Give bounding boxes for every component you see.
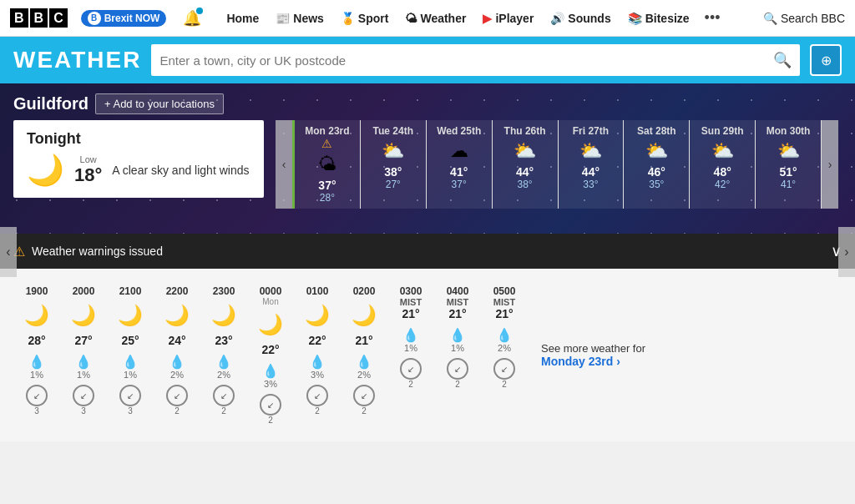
hour-time-0200: 0200 [353, 285, 376, 297]
hour-col-2100: 2100 🌙 25° 💧 1% ↙ 3 [107, 282, 154, 428]
forecast-day-6[interactable]: Sun 29th ⛅ 48° 42° [690, 120, 756, 209]
forecast-icon-0: 🌤 [318, 154, 336, 175]
hour-temp-0300: 21° [402, 307, 419, 320]
weather-search-button[interactable]: 🔍 [773, 51, 792, 69]
forecast-high-0: 37° [318, 179, 336, 192]
forecast-low-6: 42° [715, 179, 730, 190]
notification-bell[interactable]: 🔔 [183, 9, 201, 28]
forecast-high-6: 48° [714, 165, 731, 179]
hour-col-1900: 1900 🌙 28° 💧 1% ↙ 3 [13, 282, 60, 428]
brexit-label: Brexit NOW [104, 13, 160, 24]
warnings-bar[interactable]: ⚠ Weather warnings issued ∨ [0, 234, 855, 269]
nav-weather[interactable]: 🌤 Weather [397, 0, 474, 37]
hour-icon-2000: 🌙 [71, 304, 96, 327]
forecast-low-1: 27° [386, 179, 401, 190]
nav-home[interactable]: Home [218, 0, 267, 37]
weather-search-bar: 🔍 [151, 44, 800, 76]
nav-iplayer[interactable]: ▶ iPlayer [474, 0, 542, 37]
search-bbc-button[interactable]: 🔍 Search BBC [763, 12, 845, 25]
wind-circle-0000: ↙ [260, 394, 281, 416]
hour-col-2300: 2300 🌙 23° 💧 2% ↙ 2 [200, 282, 247, 428]
nav-bitesize[interactable]: 📚 Bitesize [620, 0, 698, 37]
hour-time-0000: 0000 [260, 285, 282, 297]
nav-sport-label: Sport [358, 12, 389, 25]
hour-precip-1900: 💧 1% [28, 354, 45, 380]
more-button[interactable]: ••• [698, 9, 727, 27]
page-next-button[interactable]: › [838, 227, 855, 277]
hour-temp-1900: 28° [28, 334, 45, 347]
forecast-icon-1: ⛅ [382, 140, 404, 162]
forecast-day-4[interactable]: Fri 27th ⛅ 44° 33° [559, 120, 625, 209]
search-bbc-label: Search BBC [781, 12, 845, 25]
wind-arrow-2300: ↙ [220, 391, 227, 401]
nav-news[interactable]: 📰 News [267, 0, 332, 37]
hour-col-0000: 0000 Mon 🌙 22° 💧 3% ↙ 2 [247, 282, 294, 428]
hour-wind-0300: ↙ 2 [400, 358, 422, 389]
brexit-icon: B [88, 12, 101, 25]
hour-precip-0500: 💧 2% [496, 327, 513, 353]
hour-precip-0300: 💧 1% [402, 327, 419, 353]
forecast-day-1[interactable]: Tue 24th ⛅ 38° 27° [361, 120, 427, 209]
see-more-link[interactable]: Monday 23rd › [541, 355, 620, 368]
forecast-icon-6: ⛅ [711, 140, 734, 162]
wind-speed-2200: 2 [175, 406, 180, 416]
forecast-date-2: Wed 25th [437, 125, 481, 137]
page-prev-button[interactable]: ‹ [0, 227, 17, 277]
forecast-icon-2: ☁ [450, 140, 468, 162]
wind-arrow-0400: ↙ [454, 365, 461, 374]
forecast-high-3: 44° [516, 165, 534, 179]
precip-pct-0400: 1% [451, 343, 464, 353]
temp-info: Low 18° [74, 154, 102, 186]
wind-arrow-1900: ↙ [33, 391, 40, 401]
wind-speed-2000: 3 [81, 406, 86, 416]
forecast-low-5: 35° [649, 179, 664, 190]
condition-text: A clear sky and light winds [112, 164, 249, 177]
nav-sport[interactable]: 🏅 Sport [332, 0, 397, 37]
wind-circle-2300: ↙ [213, 385, 235, 406]
precip-pct-2100: 1% [124, 370, 137, 380]
forecast-prev-button[interactable]: ‹ [276, 120, 292, 209]
news-icon: 📰 [276, 12, 290, 25]
weather-search-input[interactable] [159, 53, 773, 68]
hour-temp-2200: 24° [168, 334, 185, 347]
hour-wind-0200: ↙ 2 [353, 385, 375, 416]
wind-arrow-0500: ↙ [501, 365, 508, 374]
hour-wind-2200: ↙ 2 [166, 385, 188, 416]
forecast-day-2[interactable]: Wed 25th ☁ 41° 37° [427, 120, 493, 209]
bbc-logo[interactable]: B B C [10, 8, 68, 28]
forecast-high-4: 44° [582, 165, 600, 179]
mist-label-0500: MIST [493, 297, 515, 307]
location-name: Guildford [13, 94, 89, 113]
hour-precip-2100: 💧 1% [122, 354, 139, 380]
forecast-low-7: 41° [781, 179, 796, 190]
forecast-low-4: 33° [583, 179, 598, 190]
temp-label: Low [80, 154, 97, 164]
forecast-date-0: Mon 23rd [305, 125, 349, 137]
wind-arrow-0100: ↙ [314, 391, 321, 401]
forecast-day-7[interactable]: Mon 30th ⛅ 51° 41° [756, 120, 822, 209]
wind-speed-0000: 2 [268, 416, 273, 425]
hour-precip-2300: 💧 2% [215, 354, 232, 380]
hour-time-1900: 1900 [26, 285, 48, 297]
hero-section: Guildford + Add to your locations Tonigh… [0, 83, 855, 234]
current-location-button[interactable]: ⊕ [810, 44, 842, 76]
hour-temp-2300: 23° [215, 334, 232, 347]
brexit-badge[interactable]: B Brexit NOW [81, 10, 167, 27]
forecast-day-5[interactable]: Sat 28th ⛅ 46° 35° [624, 120, 690, 209]
wind-arrow-2200: ↙ [174, 391, 180, 401]
hour-time-0100: 0100 [306, 285, 329, 297]
iplayer-icon: ▶ [483, 12, 492, 25]
nav-sounds[interactable]: 🔊 Sounds [542, 0, 619, 37]
forecast-next-button[interactable]: › [822, 120, 838, 209]
see-more-text: See more weather for [541, 342, 645, 355]
forecast-day-3[interactable]: Thu 26th ⛅ 44° 38° [493, 120, 559, 209]
hour-wind-0500: ↙ 2 [493, 358, 515, 389]
wind-speed-2100: 3 [128, 406, 133, 416]
weather-title: WEATHER [13, 47, 141, 73]
forecast-day-0[interactable]: Mon 23rd ⚠ 🌤 37° 28° [292, 120, 361, 209]
hour-wind-2300: ↙ 2 [213, 385, 235, 416]
add-location-button[interactable]: + Add to your locations [95, 93, 224, 114]
forecast-date-5: Sat 28th [637, 125, 676, 137]
forecast-high-7: 51° [779, 165, 797, 179]
temp-value: 18° [74, 164, 102, 186]
